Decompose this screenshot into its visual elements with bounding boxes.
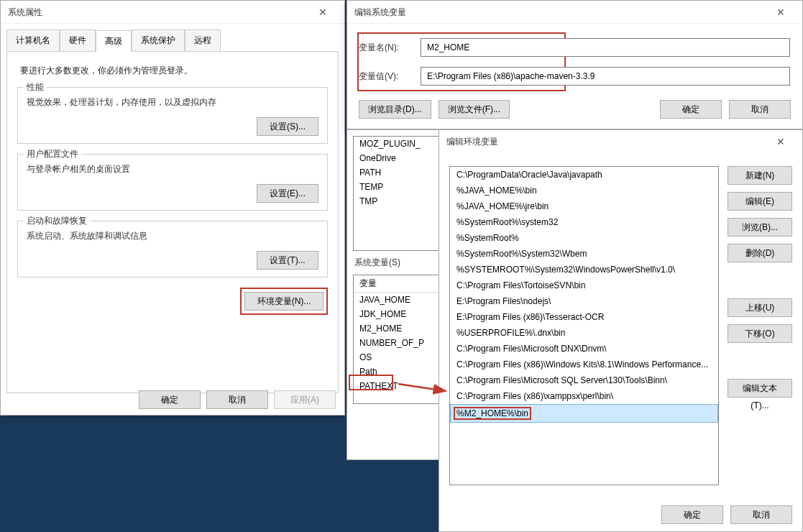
varname-label: 变量名(N):	[359, 42, 421, 54]
group-legend: 用户配置文件	[24, 148, 81, 160]
close-icon[interactable]: ✕	[766, 132, 795, 152]
list-item[interactable]: C:\Program Files\Microsoft SQL Server\13…	[450, 372, 718, 388]
edittext-button[interactable]: 编辑文本(T)...	[728, 379, 792, 398]
cancel-button[interactable]: 取消	[730, 505, 792, 524]
startup-settings-button[interactable]: 设置(T)...	[257, 251, 318, 270]
system-properties-dialog: 系统属性 ✕ 计算机名 硬件 高级 系统保护 远程 要进行大多数更改，你必须作为…	[0, 0, 345, 416]
browse-dir-button[interactable]: 浏览目录(D)...	[359, 100, 431, 119]
group-desc: 与登录帐户相关的桌面设置	[27, 163, 318, 175]
dialog-title: 编辑环境变量	[446, 130, 498, 153]
list-item[interactable]: C:\Program Files (x86)\Windows Kits\8.1\…	[450, 357, 718, 372]
dialog-title: 编辑系统变量	[354, 1, 406, 24]
highlight-box: %M2_HOME%\bin	[454, 407, 531, 420]
list-item[interactable]: C:\Program Files\Microsoft DNX\Dnvm\	[450, 341, 718, 357]
list-item[interactable]: %M2_HOME%\bin	[450, 404, 718, 423]
tab-strip: 计算机名 硬件 高级 系统保护 远程	[6, 29, 344, 51]
moveup-button[interactable]: 上移(U)	[728, 298, 792, 317]
group-legend: 性能	[24, 81, 47, 93]
group-legend: 启动和故障恢复	[24, 215, 90, 227]
new-button[interactable]: 新建(N)	[728, 166, 792, 185]
titlebar: 系统属性 ✕	[1, 1, 344, 24]
browse-button[interactable]: 浏览(B)...	[728, 218, 792, 237]
ok-button[interactable]: 确定	[660, 100, 722, 119]
list-item[interactable]: E:\Program Files (x86)\Tesseract-OCR	[450, 309, 718, 325]
dialog-content: C:\ProgramData\Oracle\Java\javapath%JAVA…	[439, 153, 802, 491]
close-icon[interactable]: ✕	[308, 2, 337, 22]
env-button-row: 环境变量(N)...	[17, 288, 328, 315]
list-item[interactable]: %JAVA_HOME%\jre\bin	[450, 198, 718, 214]
list-item[interactable]: C:\ProgramData\Oracle\Java\javapath	[450, 167, 718, 183]
tab-hardware[interactable]: 硬件	[60, 29, 96, 51]
edit-button[interactable]: 编辑(E)	[728, 192, 792, 211]
list-item[interactable]: %SYSTEMROOT%\System32\WindowsPowerShell\…	[450, 262, 718, 278]
list-item[interactable]: %SystemRoot%	[450, 230, 718, 246]
list-item[interactable]: %SystemRoot%\system32	[450, 214, 718, 230]
edit-system-variable-dialog: 编辑系统变量 ✕ 变量名(N): 变量值(V): 浏览目录(D)... 浏览文件…	[347, 0, 803, 129]
group-performance: 性能 视觉效果，处理器计划，内存使用，以及虚拟内存 设置(S)...	[17, 87, 328, 144]
tab-panel-advanced: 要进行大多数更改，你必须作为管理员登录。 性能 视觉效果，处理器计划，内存使用，…	[6, 51, 339, 393]
highlight-box: 环境变量(N)...	[240, 288, 328, 315]
delete-button[interactable]: 删除(D)	[728, 244, 792, 262]
dialog-buttons: 确定 取消	[661, 505, 792, 524]
ok-button[interactable]: 确定	[661, 505, 723, 524]
list-item[interactable]: %USERPROFILE%\.dnx\bin	[450, 325, 718, 341]
perf-settings-button[interactable]: 设置(S)...	[257, 117, 318, 136]
titlebar: 编辑环境变量 ✕	[439, 130, 802, 153]
edit-path-dialog: 编辑环境变量 ✕ C:\ProgramData\Oracle\Java\java…	[439, 129, 803, 532]
tab-remote[interactable]: 远程	[185, 29, 221, 51]
group-desc: 视觉效果，处理器计划，内存使用，以及虚拟内存	[27, 96, 318, 109]
tab-advanced[interactable]: 高级	[96, 30, 132, 52]
varvalue-input[interactable]	[421, 67, 790, 86]
list-item[interactable]: C:\Program Files (x86)\xamppsx\perl\bin\	[450, 388, 718, 404]
user-settings-button[interactable]: 设置(E)...	[257, 184, 318, 203]
browse-file-button[interactable]: 浏览文件(F)...	[439, 100, 510, 119]
environment-variables-button[interactable]: 环境变量(N)...	[244, 292, 324, 311]
dialog-buttons: 确定 取消 应用(A)	[139, 390, 336, 409]
side-buttons: 新建(N) 编辑(E) 浏览(B)... 删除(D) 上移(U) 下移(O) 编…	[728, 166, 792, 485]
cancel-button[interactable]: 取消	[206, 390, 268, 409]
list-item[interactable]: C:\Program Files\TortoiseSVN\bin	[450, 278, 718, 293]
list-item[interactable]: %SystemRoot%\System32\Wbem	[450, 246, 718, 262]
list-item[interactable]: E:\Program Files\nodejs\	[450, 293, 718, 309]
varname-input[interactable]	[421, 38, 790, 57]
dialog-title: 系统属性	[8, 1, 42, 24]
movedown-button[interactable]: 下移(O)	[728, 324, 792, 343]
group-startup: 启动和故障恢复 系统启动、系统故障和调试信息 设置(T)...	[17, 221, 328, 278]
dialog-body: 变量名(N): 变量值(V): 浏览目录(D)... 浏览文件(F)... 确定…	[347, 24, 802, 129]
group-userprofiles: 用户配置文件 与登录帐户相关的桌面设置 设置(E)...	[17, 154, 328, 211]
path-entries-list[interactable]: C:\ProgramData\Oracle\Java\javapath%JAVA…	[449, 166, 719, 485]
cancel-button[interactable]: 取消	[729, 100, 791, 119]
titlebar: 编辑系统变量 ✕	[347, 1, 802, 24]
close-icon[interactable]: ✕	[766, 2, 795, 22]
varvalue-label: 变量值(V):	[359, 70, 421, 83]
list-item[interactable]: %JAVA_HOME%\bin	[450, 183, 718, 198]
group-desc: 系统启动、系统故障和调试信息	[27, 230, 318, 242]
ok-button[interactable]: 确定	[139, 390, 201, 409]
tab-computername[interactable]: 计算机名	[6, 29, 60, 51]
admin-notice: 要进行大多数更改，你必须作为管理员登录。	[20, 65, 328, 77]
apply-button[interactable]: 应用(A)	[274, 390, 336, 409]
tab-protect[interactable]: 系统保护	[132, 29, 185, 51]
